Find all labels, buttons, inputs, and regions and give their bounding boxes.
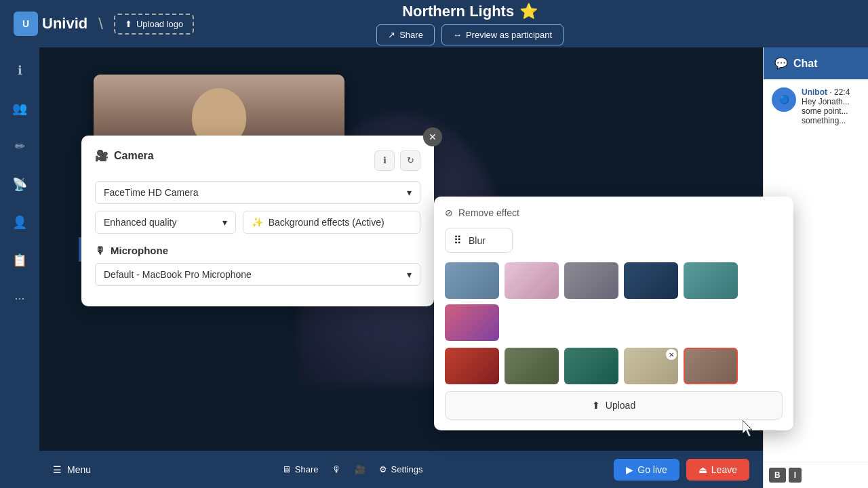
gear-icon: ⚙ [379, 464, 387, 474]
bg-thumb-pink[interactable] [505, 262, 559, 299]
sidebar-item-info[interactable]: ℹ [7, 58, 32, 83]
sidebar-item-layout[interactable]: 📋 [7, 248, 32, 272]
camera-section-title: 🎥 Camera [95, 149, 154, 162]
sidebar-item-person[interactable]: 👤 [7, 210, 32, 235]
sidebar-item-edit[interactable]: ✏ [7, 134, 32, 159]
share-bottom-label: Share [295, 464, 319, 474]
sidebar-item-broadcast[interactable]: 📡 [7, 172, 32, 197]
share-bottom-icon: 🖥 [282, 464, 291, 474]
bg-thumb-dark-blue[interactable] [624, 262, 678, 299]
upload-logo-button[interactable]: ⬆ Upload logo [114, 14, 194, 35]
chat-footer: B I [764, 462, 868, 488]
sidebar-item-users[interactable]: 👥 [7, 96, 32, 121]
chevron-down-icon: ▾ [407, 187, 412, 198]
chat-time: · [829, 87, 834, 97]
settings-bottom-button[interactable]: ⚙ Settings [379, 464, 423, 474]
go-live-icon: ▶ [626, 464, 633, 475]
bottom-right: ▶ Go live ⏏ Leave [614, 459, 749, 481]
bg-thumb-mountains[interactable] [445, 262, 499, 299]
quality-select[interactable]: Enhanced quality ▾ [95, 211, 236, 234]
remove-effect-label: Remove effect [458, 207, 519, 218]
share-bottom-button[interactable]: 🖥 Share [282, 464, 319, 474]
camera-label: Camera [114, 150, 154, 162]
chat-title: Chat [793, 58, 818, 70]
quality-row: Enhanced quality ▾ ✨ Background effects … [95, 211, 420, 234]
bg-thumb-desk[interactable]: ✕ [624, 348, 678, 384]
bg-thumb-river[interactable] [564, 348, 618, 384]
top-bar-center: Northern Lights ⭐ ↗ Share ↔ Preview as p… [376, 3, 564, 45]
event-star: ⭐ [519, 3, 538, 20]
share-button[interactable]: ↗ Share [376, 24, 435, 45]
blur-icon: ⠿ [454, 234, 462, 247]
chat-text: Hey Jonath... some point... something... [802, 97, 860, 125]
bg-thumb-ocean[interactable] [684, 262, 738, 299]
mic-bottom-button[interactable]: 🎙 [332, 464, 341, 474]
microphone-label: Microphone [111, 245, 168, 256]
refresh-button[interactable]: ↻ [400, 150, 420, 171]
logo: U Univid [14, 12, 87, 36]
bottom-bar: ☰ Menu 🖥 Share 🎙 🎥 ⚙ Settings ▶ Go live … [39, 451, 763, 488]
preview-label: Preview as participant [466, 30, 552, 40]
leave-button[interactable]: ⏏ Leave [686, 459, 749, 481]
share-label: Share [399, 30, 423, 40]
upload-icon: ⬆ [125, 19, 132, 29]
remove-icon: ⊘ [445, 207, 453, 218]
avatar-icon: 🔵 [779, 95, 789, 104]
italic-button[interactable]: I [789, 468, 802, 483]
camera-bottom-icon: 🎥 [355, 464, 366, 474]
app-name: Univid [42, 15, 87, 33]
mic-device-select[interactable]: Default - MacBook Pro Microphone ▾ [95, 263, 420, 286]
bg-effects-label: Background effects (Active) [269, 217, 384, 228]
chat-message: 🔵 Unibot · 22:4 Hey Jonath... some point… [772, 87, 860, 125]
event-title: Northern Lights ⭐ [402, 3, 538, 20]
settings-bottom-label: Settings [391, 464, 423, 474]
settings-panel: ✕ 🎥 Camera ℹ ↻ FaceTime HD Camera ▾ Enha… [81, 136, 434, 306]
bg-effects-button[interactable]: ✨ Background effects (Active) [243, 211, 420, 234]
bg-thumbnails-row2: ✕ [445, 348, 783, 384]
chat-msg-content: Unibot · 22:4 Hey Jonath... some point..… [802, 87, 860, 125]
upload-icon: ⬆ [592, 400, 600, 411]
bottom-center: 🖥 Share 🎙 🎥 ⚙ Settings [282, 464, 423, 474]
upload-logo-label: Upload logo [136, 19, 183, 29]
bg-thumb-city-red[interactable] [445, 348, 499, 384]
sparkle-icon: ✨ [252, 217, 263, 228]
upload-button[interactable]: ⬆ Upload [445, 391, 783, 420]
camera-bottom-button[interactable]: 🎥 [355, 464, 366, 474]
settings-close-button[interactable]: ✕ [423, 127, 442, 146]
bg-thumb-landscape[interactable] [684, 348, 738, 384]
preview-icon: ↔ [453, 30, 462, 40]
chat-icon: 💬 [774, 57, 788, 70]
leave-icon: ⏏ [698, 464, 707, 475]
bg-thumb-colorful[interactable] [445, 304, 499, 341]
top-bar-left: U Univid \ ⬆ Upload logo [14, 12, 194, 36]
bold-button[interactable]: B [769, 468, 786, 483]
bg-thumb-bridge[interactable] [564, 262, 618, 299]
divider: \ [98, 14, 103, 33]
microphone-section-title: 🎙 Microphone [95, 245, 420, 256]
go-live-label: Go live [637, 464, 667, 475]
camera-device-select[interactable]: FaceTime HD Camera ▾ [95, 181, 420, 204]
camera-icon: 🎥 [95, 149, 108, 162]
sidebar-item-more[interactable]: ··· [7, 286, 32, 310]
upload-label: Upload [606, 400, 635, 411]
thumb-close-button[interactable]: ✕ [666, 349, 677, 360]
camera-device-value: FaceTime HD Camera [104, 187, 199, 198]
menu-label: Menu [67, 464, 91, 475]
go-live-button[interactable]: ▶ Go live [614, 459, 679, 481]
share-icon: ↗ [388, 30, 395, 40]
menu-section[interactable]: ☰ Menu [53, 464, 91, 475]
leave-label: Leave [711, 464, 737, 475]
blur-label: Blur [469, 235, 486, 246]
top-bar: U Univid \ ⬆ Upload logo Northern Lights… [0, 0, 868, 47]
blur-option[interactable]: ⠿ Blur [445, 228, 513, 253]
event-title-text: Northern Lights [402, 3, 514, 20]
chevron-down-icon-mic: ▾ [407, 269, 412, 280]
preview-button[interactable]: ↔ Preview as participant [441, 24, 564, 45]
chat-avatar: 🔵 [772, 87, 796, 112]
bg-thumb-highway[interactable] [505, 348, 559, 384]
mic-bottom-icon: 🎙 [332, 464, 341, 474]
chat-time-value: 22:4 [834, 87, 850, 97]
remove-effect-row[interactable]: ⊘ Remove effect [445, 207, 783, 218]
mic-icon: 🎙 [95, 245, 105, 256]
info-button[interactable]: ℹ [374, 150, 395, 171]
